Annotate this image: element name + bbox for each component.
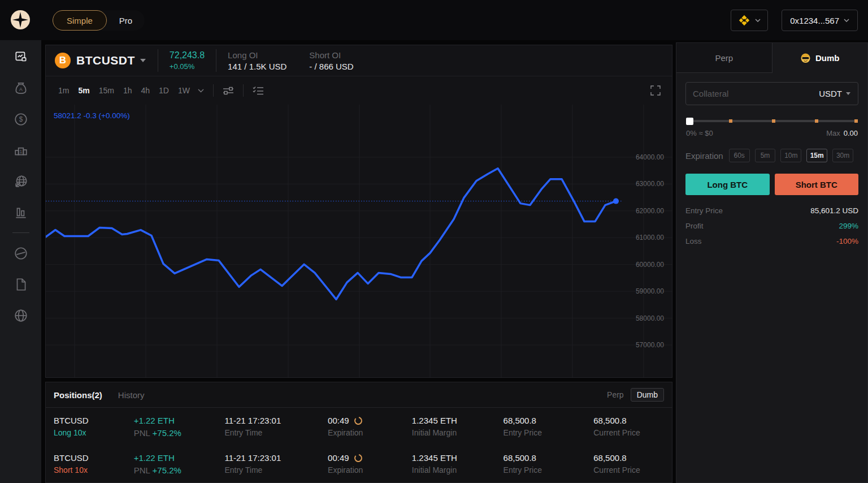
sidebar-item-referral[interactable] (0, 166, 41, 197)
expiration-15m-button[interactable]: 15m (806, 149, 827, 162)
expiration-row: Expiration 60s 5m 10m 15m 30m (685, 149, 858, 162)
position-symbol: BTCUSD (54, 416, 134, 425)
sidebar: A $ 1 (0, 40, 41, 483)
timeframe-1h[interactable]: 1h (119, 84, 137, 97)
initial-margin-value: 1.2345 ETH (412, 453, 504, 463)
price-block: 72,243.8 +0.05% (170, 50, 205, 71)
sidebar-item-stats[interactable] (0, 197, 41, 228)
profit-label: Profit (685, 222, 704, 230)
wallet-address: 0x1234...567 (790, 16, 839, 25)
pnl-value: +75.2% (153, 428, 181, 438)
position-row[interactable]: BTCUSD Short 10x +1.22 ETH PNL +75.2% 11… (46, 445, 672, 482)
entry-price-label: Entry Price (504, 428, 594, 437)
timeframe-4h[interactable]: 4h (137, 84, 155, 97)
filter-perp[interactable]: Perp (607, 390, 624, 399)
trade-panel-tabs: Perp Dumb (676, 43, 867, 73)
expiration-countdown: 00:49 (328, 453, 349, 463)
expiration-label: Expiration (685, 151, 723, 161)
fullscreen-icon[interactable] (650, 85, 661, 96)
language-globe-icon (14, 308, 28, 323)
loss-label: Loss (685, 237, 702, 245)
timeframe-1m[interactable]: 1m (54, 84, 73, 97)
tab-positions[interactable]: Positions(2) (54, 390, 102, 400)
position-size: +1.22 ETH (134, 416, 225, 425)
position-row[interactable]: BTCUSD Long 10x +1.22 ETH PNL +75.2% 11-… (46, 408, 672, 445)
sidebar-item-airdrop[interactable]: A (0, 72, 41, 104)
chevron-down-icon (844, 19, 849, 22)
tab-history[interactable]: History (118, 390, 145, 400)
sidebar-item-trade[interactable] (0, 41, 41, 72)
positions-tab-bar: Positions(2) History Perp Dumb (46, 382, 672, 408)
entry-price-label: Entry Price (504, 465, 594, 475)
price-axis-label: 59000.00 (636, 287, 664, 295)
expiration-30m-button[interactable]: 30m (832, 149, 853, 162)
pnl-label: PNL (134, 465, 150, 475)
current-price-value: 68,500.8 (593, 453, 672, 463)
trade-panel: Perp Dumb USDT 0% ≈ $0 (676, 42, 868, 483)
price-change: +0.05% (170, 62, 205, 71)
mode-simple-button[interactable]: Simple (53, 10, 107, 31)
earn-dollar-icon: $ (14, 112, 28, 127)
chart-card: B BTCUSDT 72,243.8 +0.05% Long OI 141 / … (45, 45, 672, 378)
collateral-input[interactable] (693, 89, 814, 98)
app-logo (10, 10, 31, 30)
expiration-60s-button[interactable]: 60s (729, 149, 750, 162)
position-side: Short 10x (54, 465, 134, 475)
initial-margin-value: 1.2345 ETH (412, 416, 504, 425)
timeframe-5m[interactable]: 5m (73, 84, 94, 97)
slider-tick-75[interactable] (815, 119, 818, 123)
svg-text:A: A (19, 86, 23, 92)
timeframe-1w[interactable]: 1W (173, 84, 194, 97)
tab-dumb[interactable]: Dumb (772, 43, 868, 73)
airdrop-bag-icon: A (14, 81, 28, 96)
timeframe-more-chevron-icon[interactable] (198, 89, 204, 93)
entry-price-value: 68,500.8 (504, 453, 594, 463)
timeframe-1d[interactable]: 1D (154, 84, 173, 97)
slider-tick-100[interactable] (854, 119, 858, 123)
slider-tick-25[interactable] (729, 119, 732, 123)
price-axis-label: 57000.00 (636, 341, 664, 349)
filter-dumb[interactable]: Dumb (631, 388, 664, 402)
short-oi-block: Short OI - / 866 USD (309, 50, 353, 71)
slider-labels: 0% ≈ $0 Max 0.00 (686, 129, 858, 137)
positions-panel: Positions(2) History Perp Dumb BTCUSD Lo… (45, 382, 672, 483)
sidebar-item-leaderboard[interactable]: 1 (0, 135, 41, 166)
entry-time-label: Entry Time (224, 428, 328, 437)
long-btc-button[interactable]: Long BTC (685, 174, 770, 195)
price-axis-label: 64000.00 (636, 153, 664, 161)
divider (158, 49, 158, 72)
slider-handle[interactable] (686, 118, 693, 125)
order-buttons: Long BTC Short BTC (685, 174, 858, 195)
position-size: +1.22 ETH (134, 453, 225, 463)
chain-selector[interactable] (731, 10, 768, 31)
pnl-value: +75.2% (153, 465, 181, 475)
short-btc-button[interactable]: Short BTC (775, 174, 859, 195)
sidebar-item-pool[interactable] (0, 238, 41, 269)
symbol-caret-icon[interactable] (140, 58, 146, 63)
stats-bars-icon (14, 205, 28, 220)
collateral-asset-label: USDT (819, 89, 842, 98)
max-value: 0.00 (844, 129, 858, 137)
order-info: Entry Price 85,601.2 USD Profit 299% Los… (685, 206, 858, 245)
profit-value: 299% (839, 222, 858, 230)
tab-perp[interactable]: Perp (676, 43, 772, 73)
chart-plot-area[interactable]: 58021.2 -0.3 (+0.00%) 64000.0063000.0062… (46, 105, 672, 377)
sidebar-item-docs[interactable] (0, 269, 41, 300)
sidebar-item-earn[interactable]: $ (0, 104, 41, 135)
wallet-address-button[interactable]: 0x1234...567 (782, 10, 858, 31)
symbol-selector[interactable]: BTCUSDT (76, 54, 135, 67)
expiration-5m-button[interactable]: 5m (755, 149, 776, 162)
chart-settings-icon[interactable] (219, 84, 237, 97)
slider-current-value: 0% ≈ $0 (686, 129, 713, 137)
expiration-10m-button[interactable]: 10m (780, 149, 801, 162)
sidebar-item-language[interactable] (0, 300, 41, 331)
collateral-field: USDT (685, 82, 858, 105)
timeframe-15m[interactable]: 15m (94, 84, 119, 97)
slider-tick-50[interactable] (772, 119, 775, 123)
dumb-face-icon (800, 53, 811, 63)
mode-pro-button[interactable]: Pro (107, 10, 145, 31)
indicators-list-icon[interactable] (249, 84, 267, 97)
svg-text:$: $ (19, 115, 23, 123)
svg-text:1: 1 (19, 148, 22, 154)
collateral-asset-selector[interactable]: USDT (819, 89, 851, 98)
